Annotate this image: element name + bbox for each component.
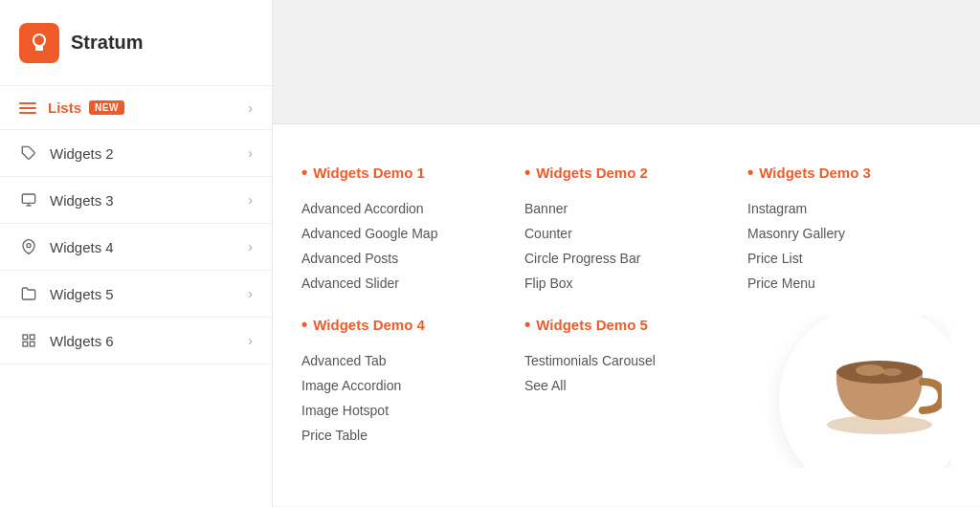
main-content: Widgets Demo 1 Advanced Accordion Advanc… (273, 0, 980, 507)
menu-item-advanced-tab[interactable]: Advanced Tab (301, 348, 505, 373)
dropdown-column-3: Widgets Demo 3 Instagram Masonry Gallery… (747, 153, 951, 468)
menu-item-see-all[interactable]: See All (524, 373, 728, 398)
demo2-title: Widgets Demo 2 (524, 163, 728, 183)
menu-item-price-table[interactable]: Price Table (301, 423, 505, 448)
svg-point-11 (856, 364, 884, 376)
sidebar: Stratum Lists NEW › (0, 0, 273, 507)
chevron-right-icon: › (248, 100, 253, 116)
sidebar-item-widgets5[interactable]: Widgets 5 › (0, 271, 272, 318)
main-header (273, 0, 980, 124)
sidebar-item-widgets4-label: Widgets 4 (50, 239, 248, 255)
menu-item-advanced-google-map[interactable]: Advanced Google Map (301, 221, 505, 246)
hamburger-icon (19, 102, 36, 114)
monitor-icon (19, 190, 38, 209)
menu-section-demo3: Widgets Demo 3 Instagram Masonry Gallery… (747, 153, 951, 305)
sidebar-navigation: Lists NEW › Widgets 2 › (0, 86, 272, 507)
svg-rect-1 (22, 194, 34, 203)
menu-item-testimonials-carousel[interactable]: Testimonials Carousel (524, 348, 728, 373)
menu-item-flip-box[interactable]: Flip Box (524, 271, 728, 296)
menu-item-price-list[interactable]: Price List (747, 246, 951, 271)
chevron-right-icon: › (248, 239, 253, 254)
menu-item-advanced-posts[interactable]: Advanced Posts (301, 246, 505, 271)
dropdown-menu: Widgets Demo 1 Advanced Accordion Advanc… (273, 124, 980, 506)
menu-section-demo4: Widgets Demo 4 Advanced Tab Image Accord… (301, 305, 505, 457)
sidebar-item-lists[interactable]: Lists NEW › (0, 86, 272, 130)
menu-item-masonry-gallery[interactable]: Masonry Gallery (747, 221, 951, 246)
sidebar-item-lists-label: Lists (48, 99, 81, 116)
chevron-right-icon: › (248, 192, 253, 208)
menu-item-price-menu[interactable]: Price Menu (747, 271, 951, 296)
svg-point-12 (882, 368, 902, 376)
new-badge: NEW (89, 100, 124, 115)
grid-icon (19, 331, 38, 350)
tag-icon (19, 143, 38, 163)
menu-item-advanced-accordion[interactable]: Advanced Accordion (301, 196, 505, 221)
sidebar-item-widgets3[interactable]: Widgets 3 › (0, 177, 272, 224)
menu-item-counter[interactable]: Counter (524, 221, 728, 246)
menu-item-instagram[interactable]: Instagram (747, 196, 951, 221)
logo-area: Stratum (0, 0, 272, 86)
sidebar-item-widgets6[interactable]: Wldgets 6 › (0, 318, 272, 364)
demo3-title: Widgets Demo 3 (747, 163, 951, 183)
chevron-right-icon: › (248, 333, 253, 348)
chevron-right-icon: › (248, 286, 253, 301)
svg-rect-8 (23, 342, 28, 346)
chevron-right-icon: › (248, 145, 253, 161)
folder-icon (19, 284, 38, 303)
dropdown-column-2: Widgets Demo 2 Banner Counter Circle Pro… (524, 153, 728, 468)
svg-rect-5 (23, 335, 28, 340)
sidebar-item-widgets3-label: Widgets 3 (50, 192, 248, 209)
menu-item-banner[interactable]: Banner (524, 196, 728, 221)
menu-section-demo5: Widgets Demo 5 Testimonials Carousel See… (524, 305, 728, 408)
sidebar-item-widgets4[interactable]: Widgets 4 › (0, 224, 272, 271)
logo-text: Stratum (71, 32, 144, 54)
logo-icon (19, 23, 59, 63)
sidebar-item-widgets5-label: Widgets 5 (50, 286, 248, 302)
svg-point-4 (27, 244, 31, 248)
menu-item-advanced-slider[interactable]: Advanced Slider (301, 271, 505, 296)
svg-rect-6 (30, 335, 34, 340)
dropdown-column-1: Widgets Demo 1 Advanced Accordion Advanc… (301, 153, 505, 468)
menu-item-image-accordion[interactable]: Image Accordion (301, 373, 505, 398)
menu-item-circle-progress-bar[interactable]: Circle Progress Bar (524, 246, 728, 271)
menu-section-demo2: Widgets Demo 2 Banner Counter Circle Pro… (524, 153, 728, 305)
menu-item-image-hotspot[interactable]: Image Hotspot (301, 398, 505, 423)
demo1-title: Widgets Demo 1 (301, 163, 505, 183)
coffee-decoration (747, 315, 951, 468)
sidebar-item-widgets2[interactable]: Widgets 2 › (0, 130, 272, 177)
sidebar-item-widgets2-label: Widgets 2 (50, 145, 248, 162)
demo4-title: Widgets Demo 4 (301, 315, 505, 335)
menu-section-demo1: Widgets Demo 1 Advanced Accordion Advanc… (301, 153, 505, 305)
coffee-cup-svg (817, 334, 942, 439)
sidebar-item-widgets6-label: Wldgets 6 (50, 333, 248, 349)
svg-rect-7 (30, 342, 34, 346)
demo5-title: Widgets Demo 5 (524, 315, 728, 335)
location-icon (19, 237, 38, 256)
